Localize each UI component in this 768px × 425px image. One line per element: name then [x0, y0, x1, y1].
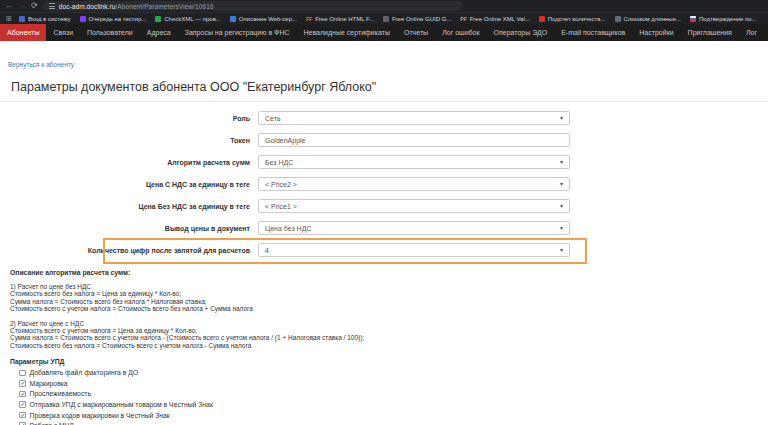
form-select[interactable]: 4▾	[258, 243, 570, 257]
chevron-down-icon: ▾	[560, 159, 563, 165]
form-label: Цена С НДС за единицу в теге	[0, 181, 250, 188]
checkbox-label: Маркировка	[30, 380, 68, 387]
nav-item-9[interactable]: Операторы ЭДО	[487, 24, 555, 41]
algorithm-description: Описание алгоритма расчета сумм: 1) Расч…	[10, 269, 768, 349]
description-heading: Описание алгоритма расчета сумм:	[10, 269, 768, 276]
description-line: Стоимость всего без налога = Стоимость в…	[10, 342, 768, 349]
bookmark-favicon	[19, 16, 25, 22]
bookmark-item[interactable]: Вход в систему	[19, 16, 71, 22]
description-line: 1) Расчет по цене без НДС	[10, 283, 768, 290]
bookmark-favicon: FF	[306, 16, 312, 22]
bookmark-favicon	[155, 16, 161, 22]
select-value: < Price1 >	[265, 203, 297, 210]
bookmark-item[interactable]: Free Online GUID G...	[383, 16, 451, 22]
forward-icon[interactable]: →	[18, 2, 26, 10]
description-line: Стоимость всего с учетом налога = Стоимо…	[10, 305, 768, 312]
description-block-1: 1) Расчет по цене без НДССтоимость всего…	[10, 283, 768, 313]
bookmark-favicon	[539, 16, 545, 22]
nav-item-2[interactable]: Связи	[46, 24, 80, 41]
nav-item-1[interactable]: Абоненты	[0, 24, 46, 41]
nav-item-13[interactable]: Лог	[739, 24, 764, 41]
nav-item-7[interactable]: Отчеты	[397, 24, 435, 41]
select-value: Без НДС	[265, 159, 293, 166]
bookmark-label: Подтверждение по...	[699, 16, 757, 22]
nav-item-4[interactable]: Адреса	[140, 24, 178, 41]
main-nav: АбонентыСвязиПользователиАдресаЗапросы н…	[0, 24, 768, 41]
description-line: Сумма налога = Стоимость всего без налог…	[10, 298, 768, 305]
bookmark-item[interactable]: CheckXML — пров...	[155, 16, 221, 22]
checkbox[interactable]	[19, 380, 26, 387]
nav-item-6[interactable]: Невалидные сертификаты	[297, 24, 397, 41]
description-block-2: 2) Расчет по цене с НДССтоимость всего с…	[10, 320, 768, 350]
bookmark-item[interactable]: FFFree Online HTML F...	[306, 16, 374, 22]
bookmark-label: Вход в систему	[28, 16, 71, 22]
site-info-icon[interactable]	[49, 3, 55, 9]
bookmark-label: Описание Web-сер...	[239, 16, 297, 22]
url-domain: doc-adm.doclink.ru	[59, 3, 116, 10]
chevron-down-icon: ▾	[560, 247, 563, 253]
select-value: Цена без НДС	[265, 225, 311, 232]
nav-item-10[interactable]: E-mail поставщиков	[554, 24, 632, 41]
nav-item-14[interactable]: Джобы	[764, 24, 768, 41]
description-line: Стоимость всего без налога = Цена за еди…	[10, 290, 768, 297]
nav-item-3[interactable]: Пользователи	[80, 24, 140, 41]
select-value: < Price2 >	[265, 181, 297, 188]
bookmark-item[interactable]: Слишком длинные...	[615, 16, 681, 22]
reload-icon[interactable]: ⟳	[31, 2, 38, 10]
bookmark-label: Free Online HTML F...	[315, 16, 374, 22]
select-value: 4	[265, 247, 269, 254]
checkbox[interactable]	[19, 401, 26, 408]
bookmark-label: Подсчет количеств...	[548, 16, 606, 22]
bookmark-item[interactable]: PFFree Online XML Val...	[460, 16, 529, 22]
page-content: Вернуться к абоненту Параметры документо…	[0, 41, 768, 425]
bookmark-item[interactable]: Подсчет количеств...	[539, 16, 606, 22]
form-label: Вывод цены в документ	[0, 225, 250, 232]
checkbox-label: Прослеживаемость	[30, 390, 91, 397]
chevron-down-icon: ▾	[560, 225, 563, 231]
form-select[interactable]: < Price1 >▾	[258, 199, 570, 213]
bookmark-favicon	[230, 16, 236, 22]
nav-item-8[interactable]: Лог ошибок	[435, 24, 486, 41]
bookmark-item[interactable]: Подтверждение по...	[690, 16, 757, 22]
checkbox[interactable]	[19, 370, 26, 377]
form-row: Вывод цены в документЦена без НДС▾	[0, 217, 768, 239]
form-row: РольСеть▾	[0, 107, 768, 129]
checkbox-label: Отправка УПД с маркированным товаром в Ч…	[30, 401, 213, 408]
form-select[interactable]: Сеть▾	[258, 111, 570, 125]
form-row: ТокенGoldenApple	[0, 129, 768, 151]
checkbox[interactable]	[19, 391, 26, 398]
address-bar: ← → ⟳ doc-adm.doclink.ru/Abonent/Paramet…	[0, 0, 768, 12]
bookmark-label: Очередь на тестир...	[89, 16, 147, 22]
form-label: Роль	[0, 115, 250, 122]
form-label: Количество цифр после запятой для расчет…	[0, 247, 250, 254]
nav-item-5[interactable]: Запросы на регистрацию в ФНС	[178, 24, 297, 41]
checkbox-row: Прослеживаемость	[19, 390, 768, 397]
form-select[interactable]: < Price2 >▾	[258, 177, 570, 191]
checkbox-row: Отправка УПД с маркированным товаром в Ч…	[19, 401, 768, 408]
apps-grid-icon[interactable]: ⊞	[6, 15, 12, 23]
parameters-form: РольСеть▾ТокенGoldenAppleАлгоритм расчет…	[0, 107, 768, 261]
nav-item-12[interactable]: Приглашения	[681, 24, 739, 41]
bookmark-label: Free Online XML Val...	[470, 16, 530, 22]
form-label: Токен	[0, 137, 250, 144]
bookmark-label: Free Online GUID G...	[392, 16, 451, 22]
bookmark-item[interactable]: Описание Web-сер...	[230, 16, 297, 22]
back-to-abonent-link[interactable]: Вернуться к абоненту	[8, 61, 74, 68]
checkbox-row: Маркировка	[19, 380, 768, 387]
form-row: Количество цифр после запятой для расчет…	[0, 239, 768, 261]
url-bar[interactable]: doc-adm.doclink.ru/Abonent/ParametersVie…	[43, 1, 463, 11]
form-select[interactable]: Без НДС▾	[258, 155, 570, 169]
bookmark-item[interactable]: Очередь на тестир...	[80, 16, 147, 22]
form-select[interactable]: Цена без НДС▾	[258, 221, 570, 235]
back-icon[interactable]: ←	[5, 2, 13, 10]
url-text: doc-adm.doclink.ru/Abonent/ParametersVie…	[59, 3, 214, 10]
nav-item-11[interactable]: Настройки	[632, 24, 680, 41]
upd-heading: Параметры УПД	[10, 358, 768, 365]
bookmark-favicon	[690, 16, 696, 22]
form-input[interactable]: GoldenApple	[258, 133, 570, 147]
checkbox-row: Добавлять файл факторинга в ДО	[19, 369, 768, 376]
description-line: Стоимость всего с учетом налога = Цена з…	[10, 327, 768, 334]
select-value: Сеть	[265, 115, 281, 122]
checkbox[interactable]	[19, 412, 26, 419]
bookmark-favicon: PF	[460, 16, 466, 22]
